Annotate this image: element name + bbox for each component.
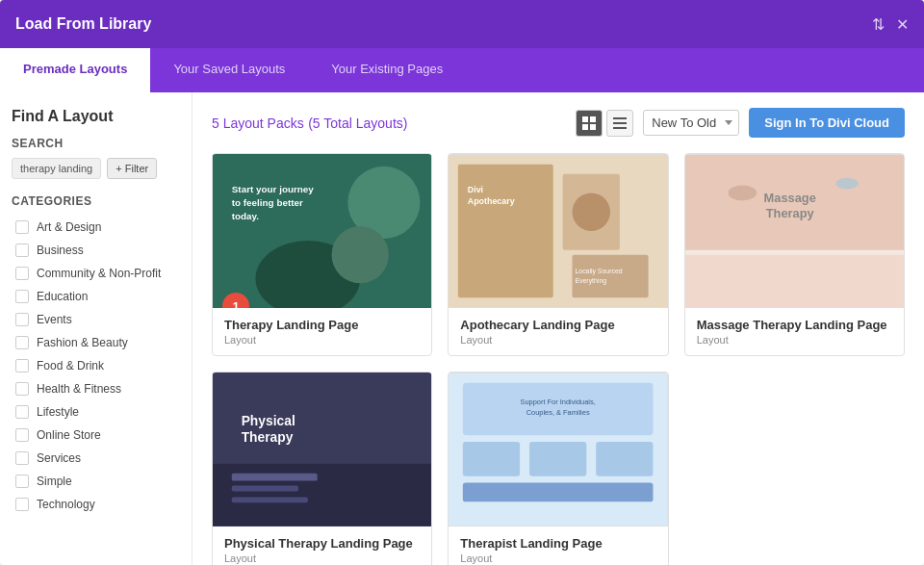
cat-checkbox-community[interactable] (15, 267, 29, 280)
card-info-therapist: Therapist Landing Page Layout (449, 526, 667, 565)
tab-premade[interactable]: Premade Layouts (0, 48, 150, 92)
svg-point-28 (835, 178, 859, 190)
cat-checkbox-art[interactable] (15, 220, 29, 234)
grid-view-icon[interactable] (576, 110, 603, 137)
cat-label-health: Health & Fitness (37, 382, 121, 396)
svg-rect-5 (613, 122, 627, 124)
sort-icon[interactable]: ⇅ (872, 15, 885, 34)
sidebar: Find A Layout Search therapy landing + F… (0, 92, 192, 565)
list-view-icon[interactable] (606, 110, 633, 137)
category-fashion[interactable]: Fashion & Beauty (12, 331, 180, 354)
card-therapy-landing[interactable]: Start your journey to feeling better tod… (212, 153, 432, 356)
svg-text:today.: today. (232, 211, 260, 221)
category-online-store[interactable]: Online Store (12, 424, 180, 447)
cat-checkbox-technology[interactable] (15, 498, 29, 511)
modal-body: Find A Layout Search therapy landing + F… (0, 92, 924, 565)
category-simple[interactable]: Simple (12, 470, 180, 493)
svg-rect-3 (590, 124, 596, 130)
cat-label-community: Community & Non-Profit (37, 267, 161, 280)
svg-text:Divi: Divi (468, 185, 483, 194)
category-community[interactable]: Community & Non-Profit (12, 262, 180, 285)
cat-label-lifestyle: Lifestyle (37, 405, 79, 419)
card-title-physical: Physical Therapy Landing Page (224, 536, 420, 551)
card-physical-therapy[interactable]: Physical Therapy Physical Therapy Landin… (212, 372, 432, 565)
cards-grid: Start your journey to feeling better tod… (212, 153, 905, 565)
cat-checkbox-fashion[interactable] (15, 336, 29, 349)
card-info-physical: Physical Therapy Landing Page Layout (213, 526, 431, 565)
cat-checkbox-online-store[interactable] (15, 428, 29, 442)
category-health[interactable]: Health & Fitness (12, 377, 180, 400)
view-icons (576, 110, 633, 137)
card-apothecary[interactable]: Divi Apothecary Locally Sourced Everythi… (448, 153, 668, 356)
card-thumb-therapy: Start your journey to feeling better tod… (213, 154, 431, 308)
cat-checkbox-food[interactable] (15, 359, 29, 372)
cat-label-fashion: Fashion & Beauty (37, 336, 128, 349)
modal-container: Load From Library ⇅ ✕ Premade Layouts Yo… (0, 0, 924, 565)
category-education[interactable]: Education (12, 285, 180, 308)
cat-label-art: Art & Design (37, 220, 101, 234)
search-tag[interactable]: therapy landing (12, 158, 101, 179)
cat-checkbox-health[interactable] (15, 382, 29, 396)
modal-title: Load From Library (15, 15, 151, 33)
svg-rect-43 (597, 442, 654, 476)
svg-rect-33 (213, 464, 431, 526)
search-label: Search (12, 137, 180, 150)
filter-button[interactable]: + Filter (107, 158, 157, 179)
cat-label-simple: Simple (37, 475, 72, 488)
layout-count: 5 Layout Packs (5 Total Layouts) (212, 115, 407, 132)
sign-in-cloud-button[interactable]: Sign In To Divi Cloud (749, 108, 905, 138)
svg-rect-6 (613, 127, 627, 129)
cat-checkbox-lifestyle[interactable] (15, 405, 29, 419)
svg-text:Locally Sourced: Locally Sourced (576, 268, 623, 275)
category-services[interactable]: Services (12, 447, 180, 470)
card-thumb-physical: Physical Therapy (213, 372, 431, 526)
category-events[interactable]: Events (12, 308, 180, 331)
search-tags: therapy landing + Filter (12, 158, 180, 179)
svg-rect-36 (232, 497, 308, 502)
card-title-apothecary: Apothecary Landing Page (460, 318, 655, 332)
svg-rect-35 (232, 486, 298, 492)
svg-rect-20 (573, 255, 649, 297)
cat-checkbox-events[interactable] (15, 313, 29, 326)
svg-text:to feeling better: to feeling better (232, 197, 303, 208)
modal-header: Load From Library ⇅ ✕ (0, 0, 924, 48)
category-technology[interactable]: Technology (12, 493, 180, 516)
card-info-massage: Massage Therapy Landing Page Layout (685, 308, 904, 355)
cat-label-business: Business (37, 244, 84, 257)
card-massage-therapy[interactable]: Massage Therapy Massage Therapy Landing … (684, 153, 905, 356)
tab-existing[interactable]: Your Existing Pages (308, 48, 466, 92)
card-type-apothecary: Layout (460, 334, 655, 346)
card-info-therapy: Therapy Landing Page Layout (213, 308, 431, 355)
sort-dropdown[interactable]: New To Old Old To New A to Z Z to A (643, 110, 739, 136)
card-title-therapist: Therapist Landing Page (460, 536, 655, 551)
svg-text:Start your journey: Start your journey (232, 184, 315, 194)
card-thumb-massage: Massage Therapy (685, 154, 904, 308)
cat-checkbox-education[interactable] (15, 290, 29, 303)
svg-rect-2 (582, 124, 588, 130)
toolbar: New To Old Old To New A to Z Z to A Sign… (576, 108, 905, 138)
cat-checkbox-business[interactable] (15, 244, 29, 257)
svg-rect-34 (232, 474, 318, 481)
cat-checkbox-simple[interactable] (15, 475, 29, 488)
card-type-physical: Layout (224, 552, 420, 564)
card-title-therapy: Therapy Landing Page (224, 318, 420, 332)
card-therapist[interactable]: Support For Individuals, Couples, & Fami… (448, 372, 668, 565)
sidebar-title: Find A Layout (12, 108, 180, 125)
svg-rect-42 (529, 442, 586, 476)
categories-label: Categories (12, 194, 180, 208)
tabs-bar: Premade Layouts Your Saved Layouts Your … (0, 48, 924, 92)
cat-checkbox-services[interactable] (15, 451, 29, 465)
svg-rect-41 (463, 442, 520, 476)
svg-rect-0 (582, 116, 588, 122)
card-type-massage: Layout (697, 334, 892, 346)
category-food[interactable]: Food & Drink (12, 354, 180, 377)
cat-label-online-store: Online Store (37, 428, 101, 442)
category-art[interactable]: Art & Design (12, 216, 180, 239)
close-icon[interactable]: ✕ (896, 15, 909, 34)
svg-text:Support For Individuals,: Support For Individuals, (521, 398, 596, 406)
category-lifestyle[interactable]: Lifestyle (12, 400, 180, 424)
svg-text:Everything: Everything (576, 277, 607, 285)
svg-text:Massage: Massage (763, 191, 815, 205)
category-business[interactable]: Business (12, 239, 180, 262)
tab-saved[interactable]: Your Saved Layouts (150, 48, 308, 92)
